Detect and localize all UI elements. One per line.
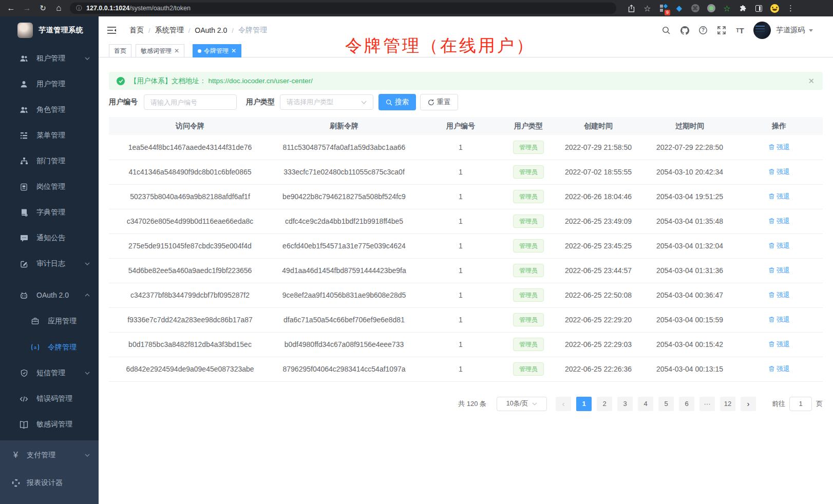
tab-home[interactable]: 首页: [109, 44, 131, 57]
sidebar-item-dept[interactable]: 部门管理: [0, 148, 99, 174]
tab-sensitive[interactable]: 敏感词管理✕: [136, 44, 184, 57]
fullscreen-icon[interactable]: [716, 25, 727, 35]
sidebar-item-sms[interactable]: 短信管理: [0, 360, 99, 386]
user-id-cell: 1: [417, 160, 504, 184]
page-more-button[interactable]: ···: [699, 397, 715, 411]
reset-button[interactable]: 重置: [420, 94, 458, 110]
sidebar-item-menu[interactable]: 菜单管理: [0, 123, 99, 148]
page-button-4[interactable]: 4: [638, 397, 653, 411]
user-id-cell: 1: [417, 234, 504, 258]
sidebar-item-tenant[interactable]: 租户管理: [0, 46, 99, 71]
extension-blocks-icon[interactable]: 9: [655, 0, 671, 16]
site-info-icon[interactable]: ⓘ: [76, 4, 82, 13]
breadcrumb: 首页 / 系统管理 / OAuth 2.0 / 令牌管理: [129, 26, 267, 35]
force-logout-button[interactable]: 强退: [768, 167, 790, 177]
page-button-2[interactable]: 2: [597, 397, 612, 411]
refresh-token-cell: 333ecfc71e02480cb11055c875c3ca0f: [271, 160, 417, 184]
force-logout-button[interactable]: 强退: [768, 217, 790, 226]
breadcrumb-oauth[interactable]: OAuth 2.0: [195, 26, 227, 34]
browser-menu-icon[interactable]: ⋮: [783, 0, 799, 16]
page-button-12[interactable]: 12: [720, 397, 735, 411]
app-logo[interactable]: 芋道管理系统: [0, 16, 99, 44]
home-icon[interactable]: ⌂: [51, 3, 67, 13]
message-icon: [20, 234, 28, 243]
page-button-1[interactable]: 1: [576, 397, 592, 411]
force-logout-button[interactable]: 强退: [768, 340, 790, 349]
github-icon[interactable]: [679, 25, 690, 35]
extension-record-icon[interactable]: [703, 0, 719, 16]
user-type-select[interactable]: 请选择用户类型: [280, 94, 373, 110]
page-size-select[interactable]: 10条/页: [497, 397, 547, 411]
chevron-down-icon: [85, 262, 90, 265]
force-logout-button[interactable]: 强退: [768, 290, 790, 300]
side-panel-icon[interactable]: [751, 0, 767, 16]
breadcrumb-home[interactable]: 首页: [129, 26, 144, 35]
force-logout-button[interactable]: 强退: [768, 266, 790, 275]
goto-page-input[interactable]: [789, 397, 812, 411]
extension-diamond-icon[interactable]: ◆: [671, 0, 687, 16]
page-button-6[interactable]: 6: [679, 397, 694, 411]
reload-icon[interactable]: ↻: [35, 4, 51, 13]
sidebar-item-report-designer[interactable]: 报表设计器: [0, 469, 99, 497]
prev-page-button[interactable]: ‹: [556, 397, 571, 411]
force-logout-button[interactable]: 强退: [768, 315, 790, 324]
sidebar-item-oauth[interactable]: OAuth 2.0: [0, 282, 99, 308]
force-logout-button[interactable]: 强退: [768, 143, 790, 152]
collapse-sidebar-icon[interactable]: [107, 26, 117, 34]
expired-cell: 2022-07-29 22:28:50: [644, 135, 735, 160]
profile-avatar[interactable]: [767, 0, 783, 16]
tab-token[interactable]: 令牌管理✕: [193, 44, 241, 57]
user-name[interactable]: 芋道源码: [776, 26, 805, 35]
sidebar-item-audit[interactable]: 审计日志: [0, 251, 99, 277]
sidebar-item-notice[interactable]: 通知公告: [0, 225, 99, 251]
close-icon[interactable]: ✕: [174, 47, 179, 54]
user-id-cell: 1: [417, 332, 504, 357]
force-logout-button[interactable]: 强退: [768, 364, 790, 374]
created-cell: 2022-06-25 23:44:57: [553, 258, 644, 283]
search-icon[interactable]: [661, 25, 671, 35]
bookmark-star-icon[interactable]: ☆: [639, 0, 655, 16]
user-type-cell: 管理员: [504, 135, 553, 160]
font-size-icon[interactable]: TT: [735, 25, 745, 35]
user-id-input[interactable]: [144, 94, 237, 110]
sidebar-item-pay[interactable]: ¥ 支付管理: [0, 441, 99, 469]
table-row: 1ea5e44f8bc1467aaede43144f31de76 811c530…: [109, 135, 823, 160]
sidebar-item-errcode[interactable]: 错误码管理: [0, 386, 99, 412]
close-icon[interactable]: ✕: [231, 47, 236, 54]
extensions-puzzle-icon[interactable]: [735, 0, 751, 16]
sidebar-item-post[interactable]: 岗位管理: [0, 174, 99, 200]
sidebar-item-oauth-token[interactable]: a 令牌管理: [0, 334, 99, 360]
goto-label: 前往: [772, 399, 785, 409]
user-avatar[interactable]: [753, 22, 771, 39]
sidebar-item-dict[interactable]: 字典管理: [0, 200, 99, 225]
sidebar-item-user[interactable]: 用户管理: [0, 71, 99, 97]
forward-icon[interactable]: →: [19, 4, 35, 13]
breadcrumb-system[interactable]: 系统管理: [155, 26, 184, 35]
svg-text:?: ?: [702, 27, 705, 33]
table-row: c342377bf8b344799dcbf7bf095287f2 9ce8ef2…: [109, 283, 823, 307]
extension-cmd-icon[interactable]: ⌘: [687, 0, 703, 16]
action-cell: 强退: [735, 135, 823, 160]
help-icon[interactable]: ?: [698, 25, 708, 35]
browser-chrome: ← → ↻ ⌂ ⓘ 127.0.0.1:1024/system/oauth2/t…: [0, 0, 833, 16]
sidebar-item-sensitive[interactable]: 敏感词管理: [0, 412, 99, 437]
force-logout-button[interactable]: 强退: [768, 192, 790, 201]
sidebar-item-role[interactable]: 角色管理: [0, 97, 99, 123]
sidebar-item-oauth-app[interactable]: 应用管理: [0, 308, 99, 334]
address-bar[interactable]: ⓘ 127.0.0.1:1024/system/oauth2/token: [70, 3, 616, 14]
alert-link[interactable]: https://doc.iocoder.cn/user-center/: [209, 77, 313, 85]
alert-close-icon[interactable]: ✕: [808, 76, 815, 86]
col-user-type: 用户类型: [504, 117, 553, 135]
action-cell: 强退: [735, 332, 823, 357]
extension-star-icon[interactable]: ☆: [719, 0, 735, 16]
refresh-token-cell: be90422b8c7946218275a508bf524fc9: [271, 184, 417, 209]
table-row: 41c41346a548490f9dc8b01c6bfe0865 333ecfc…: [109, 160, 823, 184]
search-button[interactable]: 搜索: [378, 94, 416, 110]
page-button-3[interactable]: 3: [617, 397, 633, 411]
next-page-button[interactable]: ›: [741, 397, 756, 411]
page-button-5[interactable]: 5: [658, 397, 674, 411]
force-logout-button[interactable]: 强退: [768, 241, 790, 250]
expired-cell: 2054-03-04 01:32:04: [644, 234, 735, 258]
back-icon[interactable]: ←: [3, 4, 19, 13]
share-icon[interactable]: [623, 0, 639, 16]
